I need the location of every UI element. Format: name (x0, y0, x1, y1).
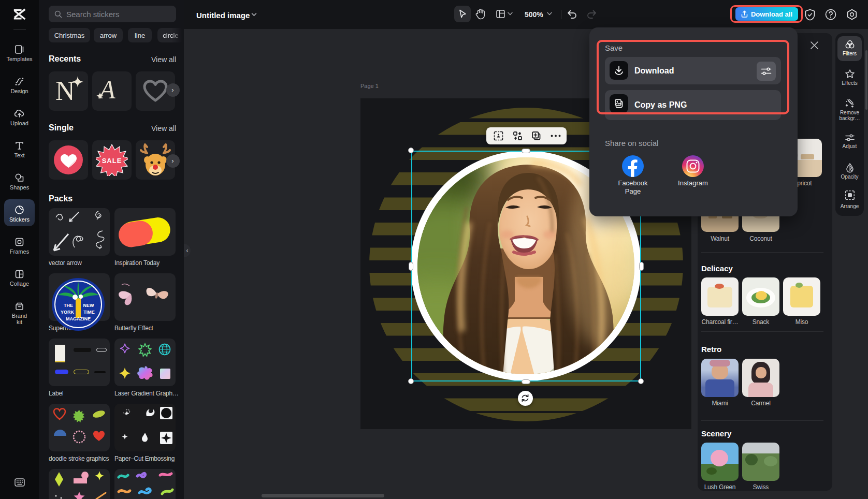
svg-text:THE: THE (64, 303, 73, 308)
svg-text:MAGAZINE: MAGAZINE (66, 316, 91, 321)
svg-text:YORK: YORK (61, 310, 75, 315)
svg-text:NEW: NEW (83, 303, 95, 308)
svg-text:SALE: SALE (102, 157, 122, 165)
svg-text:TIME: TIME (83, 310, 95, 315)
